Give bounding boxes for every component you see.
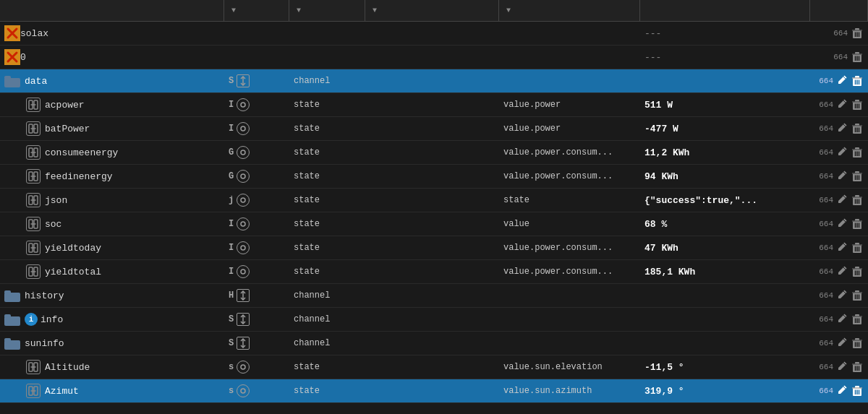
table-row[interactable]: socI statevalue68 %664: [0, 212, 868, 236]
typ-letter: I: [229, 124, 234, 134]
trash-icon[interactable]: [852, 171, 862, 182]
header-rolle[interactable]: ▼: [289, 0, 365, 21]
cell-typ: S: [224, 332, 289, 355]
typ-letter: S: [229, 314, 234, 324]
header-actions: [810, 0, 868, 21]
folder-icon: [4, 313, 20, 326]
trash-icon[interactable]: [852, 27, 862, 39]
cell-raum: [365, 355, 499, 379]
edit-icon[interactable]: [838, 122, 848, 135]
header-raum[interactable]: ▼: [365, 0, 499, 21]
header-funktion[interactable]: ▼: [499, 0, 640, 21]
typ-letter: S: [229, 76, 234, 86]
edit-icon[interactable]: [838, 241, 848, 254]
table-row[interactable]: dataS channel664: [0, 69, 868, 93]
cell-id: data: [0, 69, 224, 92]
typ-letter: G: [229, 147, 234, 158]
trash-icon[interactable]: [852, 385, 862, 397]
typ-letter: I: [229, 267, 234, 277]
trash-icon[interactable]: [852, 242, 862, 254]
state-icon: [26, 384, 41, 398]
table-row[interactable]: historyH channel664: [0, 284, 868, 308]
wert-value: 185,1 KWh: [644, 267, 695, 277]
trash-icon[interactable]: [852, 290, 862, 301]
table-row[interactable]: Azimuts statevalue.sun.azimuth319,9 °664: [0, 379, 868, 403]
svg-point-160: [241, 389, 245, 393]
row-id-text: yieldtoday: [45, 243, 101, 254]
trash-icon[interactable]: [852, 99, 862, 111]
trash-icon[interactable]: [852, 75, 862, 87]
state-circle-icon: [237, 217, 250, 230]
table-row[interactable]: yieldtodayI statevalue.power.consum...47…: [0, 236, 868, 260]
table-row[interactable]: yieldtotalI statevalue.power.consum...18…: [0, 260, 868, 284]
state-icon: [26, 121, 41, 136]
cell-wert: 185,1 KWh: [640, 260, 810, 283]
trash-icon[interactable]: [852, 314, 862, 325]
table-row[interactable]: feedinenergyG statevalue.power.consum...…: [0, 165, 868, 189]
table-row[interactable]: jsonj statestate{"success":true,"...664: [0, 189, 868, 212]
edit-icon[interactable]: [838, 289, 848, 302]
table-row[interactable]: suninfoS channel664: [0, 332, 868, 355]
channel-type-icon: [237, 74, 250, 87]
cell-funktion: state: [499, 189, 640, 212]
cell-id: feedinenergy: [0, 165, 224, 188]
edit-icon[interactable]: [838, 194, 848, 207]
typ-letter: s: [229, 386, 234, 396]
table-row[interactable]: iinfoS channel664: [0, 308, 868, 332]
wert-value: ---: [644, 28, 661, 39]
trash-icon[interactable]: [852, 361, 862, 373]
row-id-text: info: [41, 314, 63, 325]
svg-point-75: [241, 198, 245, 202]
cell-wert: [640, 308, 810, 331]
row-num: 664: [819, 315, 833, 324]
trash-icon[interactable]: [852, 51, 862, 63]
header-typ[interactable]: ▼: [224, 0, 289, 21]
cell-raum: [365, 93, 499, 116]
cell-funktion: value.sun.elevation: [499, 355, 640, 379]
edit-icon[interactable]: [838, 265, 848, 278]
row-num: 664: [833, 53, 848, 61]
edit-icon[interactable]: [838, 313, 848, 326]
cell-actions: 664: [810, 165, 868, 188]
state-circle-icon: [237, 170, 250, 183]
trash-icon[interactable]: [852, 194, 862, 206]
cell-wert: [640, 284, 810, 307]
trash-icon[interactable]: [852, 147, 862, 158]
edit-icon[interactable]: [838, 337, 848, 350]
edit-icon[interactable]: [838, 98, 848, 111]
table-row[interactable]: 0---664: [0, 46, 868, 69]
state-icon: [26, 145, 41, 160]
svg-point-97: [241, 246, 245, 250]
row-num: 664: [819, 339, 833, 348]
row-id-text: acpower: [45, 100, 85, 111]
state-circle-icon: [237, 98, 250, 111]
wert-value: -477 W: [644, 124, 678, 134]
edit-icon[interactable]: [838, 217, 848, 230]
table-row[interactable]: Altitudes statevalue.sun.elevation-11,5 …: [0, 355, 868, 379]
table-row[interactable]: solax---664: [0, 22, 868, 46]
edit-icon[interactable]: [838, 361, 848, 374]
edit-icon[interactable]: [838, 170, 848, 183]
info-badge: i: [25, 313, 38, 326]
svg-point-53: [241, 150, 245, 155]
trash-icon[interactable]: [852, 218, 862, 230]
edit-icon[interactable]: [838, 146, 848, 159]
trash-icon[interactable]: [852, 123, 862, 134]
table-row[interactable]: acpowerI statevalue.power511 W664: [0, 93, 868, 117]
state-circle-icon: [237, 194, 250, 207]
trash-icon[interactable]: [852, 266, 862, 277]
cell-typ: S: [224, 308, 289, 331]
edit-icon[interactable]: [838, 74, 848, 87]
cell-wert: -477 W: [640, 117, 810, 140]
cell-funktion: value.power.consum...: [499, 260, 640, 283]
cell-typ: I: [224, 212, 289, 236]
cell-wert: [640, 69, 810, 92]
table-row[interactable]: batPowerI statevalue.power-477 W664: [0, 117, 868, 141]
cell-rolle: state: [289, 165, 365, 188]
table-row[interactable]: consumeenergyG statevalue.power.consum..…: [0, 141, 868, 165]
trash-icon[interactable]: [852, 337, 862, 349]
cell-raum: [365, 165, 499, 188]
edit-icon[interactable]: [838, 384, 848, 397]
typ-letter: I: [229, 100, 234, 110]
cell-typ: I: [224, 93, 289, 116]
